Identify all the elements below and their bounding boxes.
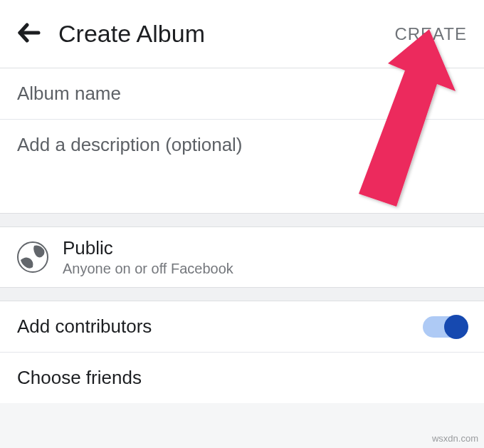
create-button[interactable]: CREATE — [394, 24, 467, 44]
album-details-section: Album name Add a description (optional) — [0, 68, 484, 213]
album-name-placeholder: Album name — [17, 83, 467, 105]
album-description-input[interactable]: Add a description (optional) — [0, 120, 484, 213]
privacy-sublabel: Anyone on or off Facebook — [63, 261, 233, 277]
section-divider — [0, 287, 484, 301]
privacy-text: Public Anyone on or off Facebook — [63, 237, 233, 277]
header: Create Album CREATE — [0, 0, 484, 68]
watermark: wsxdn.com — [432, 433, 478, 444]
add-contributors-row: Add contributors — [0, 301, 484, 353]
section-divider — [0, 213, 484, 227]
privacy-row[interactable]: Public Anyone on or off Facebook — [0, 227, 484, 287]
globe-icon — [17, 241, 48, 273]
privacy-label: Public — [63, 237, 233, 259]
album-name-input[interactable]: Album name — [0, 68, 484, 120]
choose-friends-row[interactable]: Choose friends — [0, 353, 484, 403]
page-title: Create Album — [58, 20, 394, 48]
toggle-knob — [444, 315, 468, 339]
choose-friends-label: Choose friends — [17, 367, 142, 389]
add-contributors-toggle[interactable] — [423, 316, 467, 338]
album-description-placeholder: Add a description (optional) — [17, 134, 467, 156]
add-contributors-label: Add contributors — [17, 316, 152, 338]
back-arrow-icon[interactable] — [17, 21, 41, 47]
